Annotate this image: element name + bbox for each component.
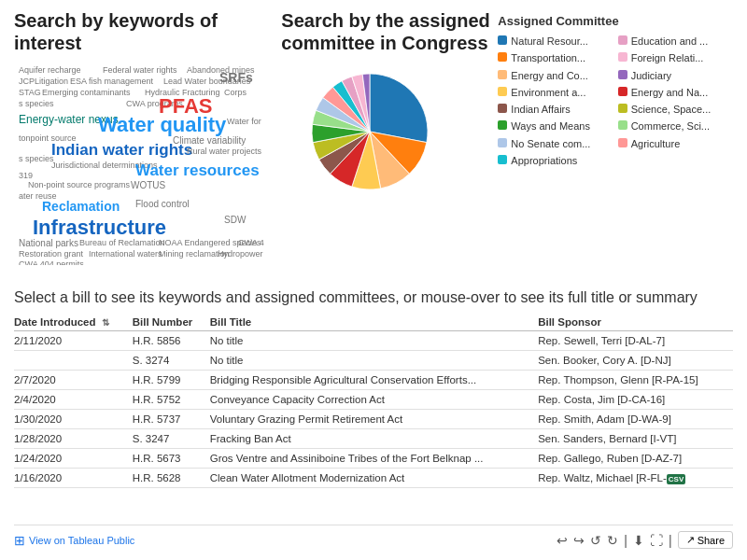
legend-item[interactable]: Education and ... xyxy=(618,34,733,49)
keyword-title: Search by keywords of interest xyxy=(14,9,272,54)
legend-item-label: Ways and Means xyxy=(511,119,590,133)
table-cell-title: Clean Water Allotment Modernization Act xyxy=(210,469,538,488)
word-cloud-word[interactable]: Litigation xyxy=(35,76,68,88)
table-cell-title: No title xyxy=(210,351,538,371)
legend-item[interactable]: Foreign Relati... xyxy=(618,50,733,65)
reset-icon[interactable]: ↺ xyxy=(590,533,601,548)
table-row[interactable]: 2/7/2020H.R. 5799Bridging Responsible Ag… xyxy=(14,371,733,390)
word-cloud-word[interactable]: Flood control xyxy=(135,198,190,211)
table-row[interactable]: S. 3274No titleSen. Booker, Cory A. [D-N… xyxy=(14,351,733,371)
legend-color-dot xyxy=(618,104,627,113)
legend-item[interactable]: Agriculture xyxy=(618,136,733,151)
legend-item-label: Energy and Co... xyxy=(511,69,588,82)
legend-color-dot xyxy=(498,120,507,130)
word-cloud[interactable]: Aquifer rechargeFederal water rightsAban… xyxy=(14,60,266,265)
undo-icon[interactable]: ↩ xyxy=(557,533,568,548)
legend-item[interactable]: Indian Affairs xyxy=(498,102,613,117)
legend-item[interactable]: No Senate com... xyxy=(498,136,613,151)
word-cloud-word[interactable]: s species xyxy=(19,153,54,165)
legend-item-label: Science, Space... xyxy=(631,103,712,116)
table-cell-bill: H.R. 5856 xyxy=(133,331,210,351)
forward-icon[interactable]: ↻ xyxy=(607,533,618,548)
share-label: Share xyxy=(698,535,725,546)
legend-color-dot xyxy=(618,87,627,96)
legend-item-label: Environment a... xyxy=(511,86,585,99)
legend-color-dot xyxy=(498,35,507,45)
sort-icon: ⇅ xyxy=(102,317,109,328)
legend-item[interactable]: Ways and Means xyxy=(498,119,613,133)
legend-item[interactable]: Transportation... xyxy=(498,50,613,65)
table-row[interactable]: 1/16/2020H.R. 5628Clean Water Allotment … xyxy=(14,469,733,488)
legend-color-dot xyxy=(618,52,627,62)
legend-color-dot xyxy=(618,138,627,147)
legend-item[interactable]: Judiciary xyxy=(618,68,733,83)
legend-item-label: Transportation... xyxy=(511,51,585,64)
csv-badge: CSV xyxy=(667,474,685,484)
legend-item[interactable]: Appropriations xyxy=(498,153,613,168)
table-row[interactable]: 2/11/2020H.R. 5856No titleRep. Sewell, T… xyxy=(14,331,733,351)
pie-title: Search by the assigned committee in Cong… xyxy=(281,9,493,54)
word-cloud-word[interactable]: STAG xyxy=(19,87,41,99)
word-cloud-word[interactable]: Federal water rights xyxy=(103,64,177,77)
legend-item[interactable]: Environment a... xyxy=(498,85,613,100)
legend-item[interactable]: Energy and Co... xyxy=(498,68,613,83)
legend-item[interactable]: Natural Resour... xyxy=(498,34,613,49)
table-row[interactable]: 1/28/2020S. 3247Fracking Ban ActSen. San… xyxy=(14,429,733,449)
table-cell-sponsor: Rep. Sewell, Terri [D-AL-7] xyxy=(538,331,733,351)
legend-item-label: Indian Affairs xyxy=(511,103,570,116)
legend-color-dot xyxy=(498,155,507,164)
table-cell-bill: H.R. 5799 xyxy=(133,371,210,390)
word-cloud-word[interactable]: Hydropower xyxy=(218,248,263,260)
word-cloud-word[interactable]: SRFs xyxy=(219,69,253,88)
word-cloud-word[interactable]: Indian water rights xyxy=(51,139,192,161)
word-cloud-word[interactable]: ESA fish management xyxy=(70,76,153,88)
legend-grid: Natural Resour...Education and ...Transp… xyxy=(498,34,733,168)
separator1: | xyxy=(624,533,627,548)
main-container: Search by keywords of interest Aquifer r… xyxy=(0,0,747,560)
word-cloud-word[interactable]: WOTUS xyxy=(131,179,165,192)
keyword-section: Search by keywords of interest Aquifer r… xyxy=(14,9,281,280)
word-cloud-word[interactable]: s species xyxy=(19,98,54,110)
legend-color-dot xyxy=(498,52,507,62)
word-cloud-word[interactable]: Corps xyxy=(224,87,247,99)
legend-item-label: No Senate com... xyxy=(511,137,590,150)
word-cloud-word[interactable]: International waters xyxy=(89,248,162,260)
table-cell-date: 1/24/2020 xyxy=(14,449,133,469)
table-cell-title: Gros Ventre and Assiniboine Tribes of th… xyxy=(210,449,538,469)
word-cloud-word[interactable]: CWA 404 permits xyxy=(19,259,84,265)
word-cloud-word[interactable]: Aquifer recharge xyxy=(19,64,81,77)
fullscreen-icon[interactable]: ⛶ xyxy=(650,533,663,548)
table-row[interactable]: 1/24/2020H.R. 5673Gros Ventre and Assini… xyxy=(14,449,733,469)
table-cell-sponsor: Rep. Costa, Jim [D-CA-16] xyxy=(538,390,733,410)
pie-chart[interactable] xyxy=(309,71,430,192)
legend-item[interactable]: Energy and Na... xyxy=(618,85,733,100)
word-cloud-word[interactable]: SDW xyxy=(224,214,246,227)
word-cloud-word[interactable]: Emerging contaminants xyxy=(42,87,131,99)
col-title[interactable]: Bill Title xyxy=(210,314,538,331)
legend-item[interactable]: Commerce, Sci... xyxy=(618,119,733,133)
tableau-link[interactable]: ⊞ View on Tableau Public xyxy=(14,533,134,548)
redo-icon[interactable]: ↪ xyxy=(573,533,585,548)
word-cloud-word[interactable]: Non-point source programs xyxy=(28,179,130,191)
table-section: Date Introduced ⇅ Bill Number Bill Title… xyxy=(14,314,733,521)
word-cloud-word[interactable]: Bureau of Reclamation xyxy=(79,237,165,249)
nav-icons: ↩ ↪ ↺ ↻ | ⬇ ⛶ | ↗ Share xyxy=(557,531,733,549)
table-cell-date: 1/28/2020 xyxy=(14,429,133,449)
col-bill[interactable]: Bill Number xyxy=(133,314,210,331)
word-cloud-word[interactable]: CWA 4 xyxy=(238,237,264,249)
legend-color-dot xyxy=(498,138,507,147)
word-cloud-word[interactable]: JCP xyxy=(19,76,35,88)
table-row[interactable]: 1/30/2020H.R. 5737Voluntary Grazing Perm… xyxy=(14,410,733,429)
table-row[interactable]: 2/4/2020H.R. 5752Conveyance Capacity Cor… xyxy=(14,390,733,410)
download-icon[interactable]: ⬇ xyxy=(633,533,644,548)
word-cloud-word[interactable]: Water for xyxy=(227,116,261,128)
col-date[interactable]: Date Introduced ⇅ xyxy=(14,314,133,331)
share-button[interactable]: ↗ Share xyxy=(678,531,733,549)
table-cell-date: 1/30/2020 xyxy=(14,410,133,429)
legend-item[interactable]: Science, Space... xyxy=(618,102,733,117)
share-icon: ↗ xyxy=(686,534,695,546)
bottom-bar: ⊞ View on Tableau Public ↩ ↪ ↺ ↻ | ⬇ ⛶ |… xyxy=(14,525,733,551)
col-sponsor[interactable]: Bill Sponsor xyxy=(538,314,733,331)
word-cloud-word[interactable]: Rural water projects xyxy=(187,146,261,158)
pie-slice[interactable] xyxy=(370,74,428,143)
